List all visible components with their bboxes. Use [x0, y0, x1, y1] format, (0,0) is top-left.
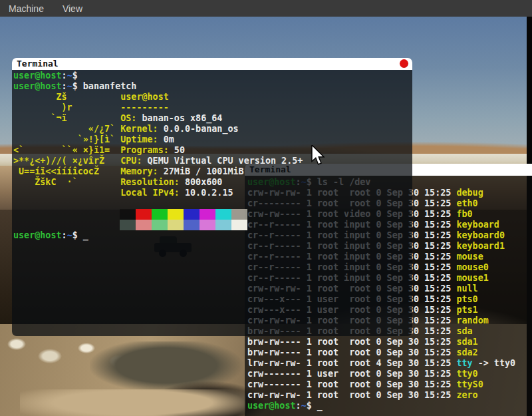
- terminal-row: Zš user@host: [13, 92, 412, 103]
- palette-block: [200, 209, 215, 220]
- palette-block: [215, 209, 231, 220]
- terminal-row: crw------- 1 root root 0 Sep 30 15:25 tt…: [247, 379, 532, 390]
- terminal-row: [13, 220, 412, 230]
- terminal1-title-bar[interactable]: Terminal: [12, 58, 412, 70]
- palette-block: [152, 220, 168, 230]
- palette-block: [184, 220, 200, 230]
- palette-block: [215, 220, 231, 230]
- palette-block: [231, 209, 247, 220]
- palette-block: [168, 220, 184, 230]
- terminal-row: )r ---------: [13, 103, 412, 113]
- wallpaper-sand-path: [20, 389, 246, 416]
- palette-block: [200, 220, 215, 230]
- palette-block: [136, 220, 152, 230]
- terminal-row: >**¿<+)//( ×¿vîrŽ CPU: QEMU Virtual CPU …: [13, 156, 412, 166]
- terminal-window-bananfetch: Terminal user@host:~$user@host:~$ bananf…: [12, 58, 412, 336]
- terminal-row: Local IPv4: 10.0.2.15: [13, 188, 412, 198]
- terminal-row: U==íï<<íííîcocŽ Memory: 27MiB / 1001MiB: [13, 166, 412, 177]
- terminal-row: user@host:~$ _: [13, 230, 412, 241]
- terminal-row: user@host:~$ _: [247, 401, 532, 411]
- palette-block: [152, 209, 168, 220]
- close-button[interactable]: [400, 59, 408, 68]
- mouse-pointer-icon: [311, 145, 327, 166]
- menu-item-machine[interactable]: Machine: [9, 3, 44, 14]
- terminal-row: user@host:~$ bananfetch: [13, 81, 412, 92]
- palette-block: [120, 220, 136, 230]
- terminal-row: `¬ï OS: banan-os x86_64: [13, 113, 412, 124]
- palette-block: [231, 220, 247, 230]
- terminal-row: `»!}[ì` Uptime: 0m: [13, 134, 412, 145]
- terminal-row: ŽškC ·` Resolution: 800x600: [13, 177, 412, 188]
- terminal-row: crw-rw-rw- 1 root root 0 Sep 30 15:25 ze…: [247, 390, 532, 401]
- palette-block: [168, 209, 184, 220]
- palette-block: [120, 209, 136, 220]
- terminal-row: [13, 198, 412, 209]
- terminal-row: [13, 209, 412, 220]
- vm-menu-bar: Machine View: [0, 0, 532, 17]
- terminal-row: user@host:~$: [13, 71, 412, 81]
- terminal-row: brw-rw---- 1 root root 0 Sep 30 15:25 sd…: [247, 337, 532, 347]
- palette-block: [184, 209, 200, 220]
- terminal-row: <` ``« ×}ï1= Programs: 50: [13, 145, 412, 156]
- terminal1-title: Terminal: [17, 59, 59, 69]
- terminal-row: lrw-rw-rw- 1 root root 4 Sep 30 15:25 tt…: [247, 358, 532, 369]
- terminal1-content[interactable]: user@host:~$user@host:~$ bananfetch Zš u…: [12, 70, 412, 336]
- terminal-row: crw------- 1 user root 0 Sep 30 15:25 tt…: [247, 369, 532, 379]
- palette-block: [136, 209, 152, 220]
- menu-item-view[interactable]: View: [63, 3, 82, 14]
- terminal-row: «/¿7` Kernel: 0.0.0-banan_os: [13, 124, 412, 134]
- terminal-row: brw-rw---- 1 root root 0 Sep 30 15:25 sd…: [247, 347, 532, 358]
